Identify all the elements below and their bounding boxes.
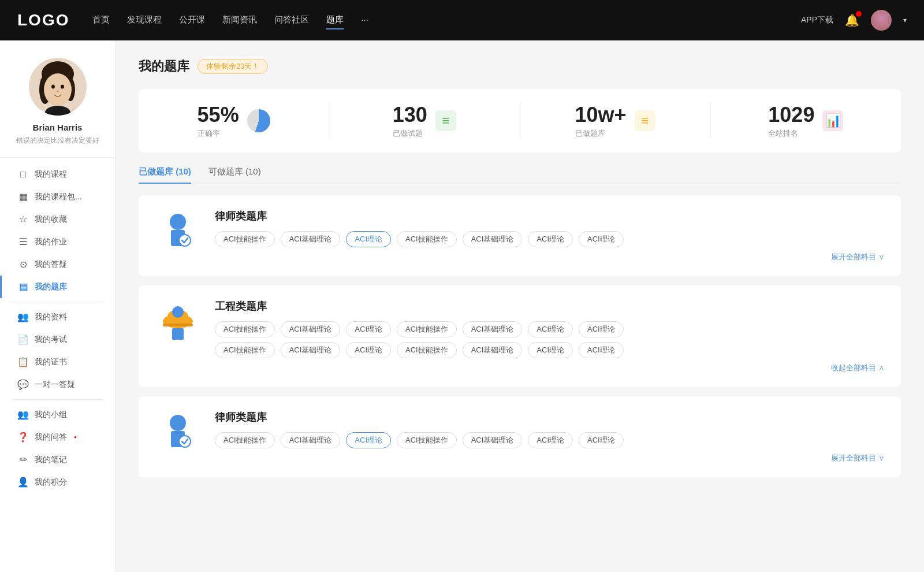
qa-icon: ⊙	[17, 259, 29, 270]
sidebar-item-label: 我的收藏	[35, 214, 67, 225]
tag-item[interactable]: ACI理论	[579, 342, 624, 358]
tab-available-banks[interactable]: 可做题库 (10)	[208, 166, 261, 183]
qbank-card-lawyer-2: 律师类题库 ACI技能操作 ACI基础理论 ACI理论 ACI技能操作 ACI基…	[139, 396, 901, 477]
tag-item[interactable]: ACI理论	[579, 231, 624, 247]
sidebar-item-label: 我的小组	[35, 410, 67, 420]
notification-bell[interactable]: 🔔	[845, 13, 859, 27]
sidebar-item-1on1[interactable]: 💬 一对一答疑	[0, 373, 115, 396]
nav-qbank[interactable]: 题库	[326, 12, 344, 29]
nav-discover[interactable]: 发现课程	[127, 12, 162, 29]
expand-lawyer-1[interactable]: 展开全部科目 ∨	[215, 252, 885, 262]
svg-point-18	[170, 415, 186, 431]
tag-item[interactable]: ACI技能操作	[215, 432, 275, 448]
sidebar-avatar	[29, 58, 87, 116]
tag-item[interactable]: ACI技能操作	[397, 231, 457, 247]
tag-item[interactable]: ACI基础理论	[463, 231, 523, 247]
stat-banks-done-label: 已做题库	[575, 128, 627, 139]
nav-home[interactable]: 首页	[92, 12, 110, 29]
nav-news[interactable]: 新闻资讯	[222, 12, 257, 29]
engineer-bank-icon	[155, 299, 201, 346]
tag-item[interactable]: ACI基础理论	[463, 432, 523, 448]
avatar[interactable]	[871, 10, 892, 31]
packages-icon: ▦	[17, 191, 29, 202]
profile-icon: 👥	[17, 311, 29, 322]
navbar-menu: 首页 发现课程 公开课 新闻资讯 问答社区 题库 ···	[92, 12, 801, 29]
notification-badge	[856, 11, 862, 17]
sidebar-item-label: 我的课程包...	[35, 192, 82, 202]
qbank-tags-engineer-row2: ACI技能操作 ACI基础理论 ACI理论 ACI技能操作 ACI基础理论 AC…	[215, 342, 885, 358]
tag-item[interactable]: ACI技能操作	[215, 231, 275, 247]
exams-icon: 📄	[17, 334, 29, 345]
sidebar-item-homework[interactable]: ☰ 我的作业	[0, 231, 115, 253]
sidebar-motto: 错误的决定比没有决定要好	[16, 136, 99, 146]
tag-item[interactable]: ACI基础理论	[281, 321, 341, 337]
sidebar-item-label: 我的作业	[35, 237, 67, 247]
tag-item[interactable]: ACI理论	[346, 342, 391, 358]
sidebar-item-groups[interactable]: 👥 我的小组	[0, 403, 115, 426]
stat-rank-value: 1029	[768, 103, 814, 127]
tag-item[interactable]: ACI基础理论	[463, 321, 523, 337]
lawyer-bank-icon	[155, 209, 201, 255]
nav-more[interactable]: ···	[361, 12, 368, 29]
tag-item-active[interactable]: ACI理论	[346, 231, 391, 247]
groups-icon: 👥	[17, 409, 29, 420]
stat-accuracy-label: 正确率	[198, 128, 239, 139]
app-download-button[interactable]: APP下载	[801, 15, 833, 25]
sidebar-user-name: Brian Harris	[33, 122, 83, 132]
engineer-svg-icon	[155, 299, 201, 346]
tag-item[interactable]: ACI基础理论	[281, 432, 341, 448]
sidebar-item-exams[interactable]: 📄 我的考试	[0, 328, 115, 351]
page-container: Brian Harris 错误的决定比没有决定要好 □ 我的课程 ▦ 我的课程包…	[0, 40, 924, 572]
sidebar-item-course-packages[interactable]: ▦ 我的课程包...	[0, 185, 115, 208]
notes-icon: ✏	[17, 454, 29, 465]
nav-qa[interactable]: 问答社区	[274, 12, 309, 29]
sidebar-item-qa[interactable]: ⊙ 我的答疑	[0, 253, 115, 276]
tag-item[interactable]: ACI理论	[528, 231, 573, 247]
tag-item[interactable]: ACI理论	[528, 342, 573, 358]
stat-banks-done-value: 10w+	[575, 103, 627, 127]
collapse-engineer[interactable]: 收起全部科目 ∧	[215, 363, 885, 373]
sidebar-item-points[interactable]: 👤 我的积分	[0, 471, 115, 493]
tag-item[interactable]: ACI基础理论	[281, 342, 341, 358]
sidebar-item-favorites[interactable]: ☆ 我的收藏	[0, 208, 115, 231]
tag-item[interactable]: ACI技能操作	[215, 321, 275, 337]
tag-item[interactable]: ACI技能操作	[397, 321, 457, 337]
doc-icon: ≡	[435, 110, 456, 131]
expand-lawyer-2[interactable]: 展开全部科目 ∨	[215, 453, 885, 463]
sidebar-divider-2	[12, 399, 103, 400]
svg-rect-17	[172, 328, 184, 340]
sidebar-item-profile[interactable]: 👥 我的资料	[0, 306, 115, 328]
tag-item[interactable]: ACI技能操作	[397, 432, 457, 448]
tag-item[interactable]: ACI技能操作	[215, 342, 275, 358]
tag-item[interactable]: ACI基础理论	[463, 342, 523, 358]
tag-item[interactable]: ACI理论	[579, 321, 624, 337]
tag-item-active[interactable]: ACI理论	[346, 432, 391, 448]
tag-item[interactable]: ACI理论	[528, 432, 573, 448]
homework-icon: ☰	[17, 236, 29, 247]
questions-icon: ❓	[17, 432, 29, 443]
sidebar-item-notes[interactable]: ✏ 我的笔记	[0, 448, 115, 471]
sidebar-item-label: 我的考试	[35, 335, 67, 345]
one-on-one-icon: 💬	[17, 379, 29, 390]
qbank-title-lawyer-2: 律师类题库	[215, 410, 885, 424]
svg-point-9	[170, 214, 186, 230]
tag-item[interactable]: ACI理论	[346, 321, 391, 337]
qbank-tags-lawyer-1: ACI技能操作 ACI基础理论 ACI理论 ACI技能操作 ACI基础理论 AC…	[215, 231, 885, 247]
chevron-down-icon[interactable]: ▾	[903, 16, 907, 24]
qbank-tags-engineer-row1: ACI技能操作 ACI基础理论 ACI理论 ACI技能操作 ACI基础理论 AC…	[215, 321, 885, 337]
svg-rect-15	[163, 324, 193, 326]
tag-item[interactable]: ACI基础理论	[281, 231, 341, 247]
tab-done-banks[interactable]: 已做题库 (10)	[139, 166, 191, 183]
sidebar-item-questions[interactable]: ❓ 我的问答 ●	[0, 426, 115, 448]
sidebar-item-courses[interactable]: □ 我的课程	[0, 164, 115, 185]
tag-item[interactable]: ACI理论	[528, 321, 573, 337]
nav-opencourse[interactable]: 公开课	[179, 12, 205, 29]
tag-item[interactable]: ACI技能操作	[397, 342, 457, 358]
page-header: 我的题库 体验剩余23天！	[139, 58, 901, 75]
tag-item[interactable]: ACI理论	[579, 432, 624, 448]
sidebar-item-certificates[interactable]: 📋 我的证书	[0, 351, 115, 373]
sidebar-item-qbank[interactable]: ▤ 我的题库	[0, 276, 115, 298]
logo: LOGO	[17, 11, 69, 29]
stat-rank-text: 1029 全站排名	[768, 103, 814, 139]
stat-accuracy-value: 55%	[198, 103, 239, 127]
